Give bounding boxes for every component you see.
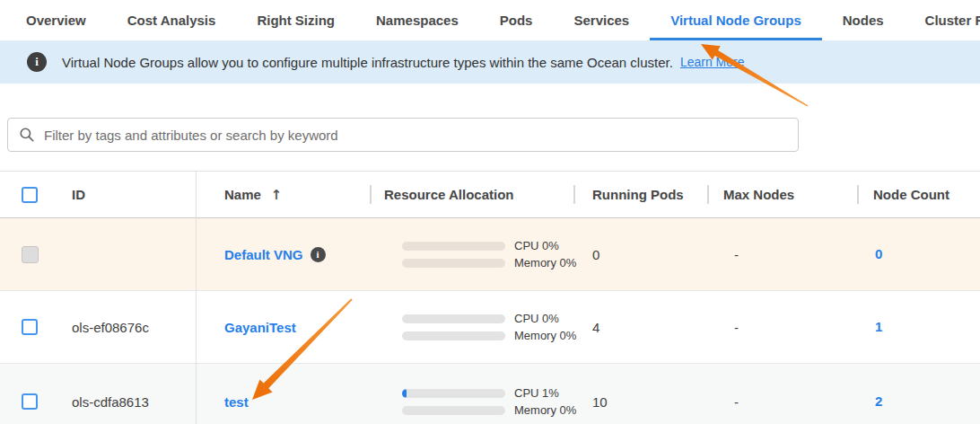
cpu-label: CPU 1%	[514, 386, 559, 400]
resource-allocation-cell: CPU 1% Memory 0%	[370, 383, 573, 420]
node-count-link[interactable]: 0	[875, 246, 882, 261]
tab-nodes[interactable]: Nodes	[822, 0, 905, 40]
virtual-node-groups-page: Overview Cost Analysis Right Sizing Name…	[0, 0, 980, 424]
vng-name-cell: test	[196, 394, 370, 410]
id-name-column-divider	[196, 171, 197, 424]
cpu-bar	[402, 314, 505, 323]
running-pods-value: 10	[573, 394, 707, 410]
column-header-node-count[interactable]: Node Count	[857, 172, 980, 217]
row-checkbox[interactable]	[22, 319, 38, 335]
column-header-id[interactable]: ID	[54, 172, 196, 217]
select-all-checkbox[interactable]	[22, 187, 38, 203]
row-checkbox-cell	[0, 393, 54, 410]
learn-more-link[interactable]: Learn More	[680, 55, 745, 69]
info-icon: i	[27, 52, 47, 72]
row-checkbox[interactable]	[22, 393, 38, 410]
info-banner-text: Virtual Node Groups allow you to configu…	[62, 55, 673, 70]
vng-id: ols-ef08676c	[54, 320, 196, 335]
memory-label: Memory 0%	[514, 256, 576, 269]
cpu-bar	[402, 389, 505, 398]
tab-cost-analysis[interactable]: Cost Analysis	[107, 0, 237, 40]
resource-allocation-cell: CPU 0% Memory 0%	[370, 235, 573, 273]
tab-cluster-rolls[interactable]: Cluster Rolls	[905, 0, 980, 40]
column-header-name-label: Name	[224, 187, 261, 202]
cluster-tab-bar: Overview Cost Analysis Right Sizing Name…	[0, 0, 980, 40]
vng-name-cell: Default VNG i	[196, 247, 370, 262]
table-row[interactable]: Default VNG i CPU 0% Memory 0% 0 - 0	[0, 218, 980, 291]
default-vng-info-icon[interactable]: i	[311, 247, 326, 262]
node-count-cell: 2	[857, 393, 980, 410]
info-banner: i Virtual Node Groups allow you to confi…	[0, 40, 980, 84]
resource-allocation-cell: CPU 0% Memory 0%	[370, 308, 573, 346]
table-row[interactable]: ols-cdfa8613 test CPU 1% Memory 0% 10 - …	[0, 364, 980, 424]
vng-name-link[interactable]: test	[224, 394, 249, 410]
cpu-bar	[402, 242, 505, 251]
node-count-link[interactable]: 1	[875, 319, 882, 334]
cpu-label: CPU 0%	[514, 312, 559, 325]
sort-asc-icon[interactable]: ↑	[271, 187, 283, 203]
tab-services[interactable]: Services	[553, 0, 650, 40]
table-row[interactable]: ols-ef08676c GayaniTest CPU 0% Memory 0%…	[0, 291, 980, 364]
tab-virtual-node-groups[interactable]: Virtual Node Groups	[650, 0, 822, 40]
row-checkbox-cell	[0, 246, 54, 263]
node-count-link[interactable]: 2	[875, 393, 882, 409]
filter-search-box[interactable]	[7, 118, 799, 152]
header-checkbox-cell	[0, 172, 54, 217]
search-input[interactable]	[44, 128, 787, 143]
vng-table: ID Name ↑ Resource Allocation Running Po…	[0, 171, 980, 424]
memory-label: Memory 0%	[514, 329, 576, 342]
running-pods-value: 4	[573, 320, 707, 335]
node-count-cell: 1	[857, 319, 980, 335]
memory-bar	[402, 259, 505, 268]
tab-namespaces[interactable]: Namespaces	[355, 0, 479, 40]
max-nodes-value: -	[707, 247, 857, 262]
memory-bar	[402, 406, 505, 415]
cpu-label: CPU 0%	[514, 239, 559, 252]
column-header-name[interactable]: Name ↑	[196, 172, 370, 217]
vng-name-link[interactable]: GayaniTest	[224, 320, 296, 335]
row-checkbox-cell	[0, 319, 54, 335]
vng-name-cell: GayaniTest	[196, 320, 370, 335]
memory-bar	[402, 331, 505, 340]
vng-id: ols-cdfa8613	[54, 394, 196, 410]
vng-name-link[interactable]: Default VNG	[224, 247, 303, 262]
table-header-row: ID Name ↑ Resource Allocation Running Po…	[0, 172, 980, 218]
column-header-max-nodes[interactable]: Max Nodes	[707, 172, 857, 217]
memory-label: Memory 0%	[514, 403, 576, 417]
max-nodes-value: -	[707, 394, 857, 410]
row-checkbox-disabled	[22, 246, 39, 263]
running-pods-value: 0	[573, 247, 707, 262]
tab-pods[interactable]: Pods	[479, 0, 554, 40]
node-count-cell: 0	[857, 246, 980, 262]
max-nodes-value: -	[707, 320, 857, 335]
search-icon	[19, 127, 35, 143]
tab-overview[interactable]: Overview	[5, 0, 107, 40]
column-header-resource-allocation[interactable]: Resource Allocation	[370, 172, 573, 217]
column-header-running-pods[interactable]: Running Pods	[573, 172, 707, 217]
tab-right-sizing[interactable]: Right Sizing	[236, 0, 355, 40]
